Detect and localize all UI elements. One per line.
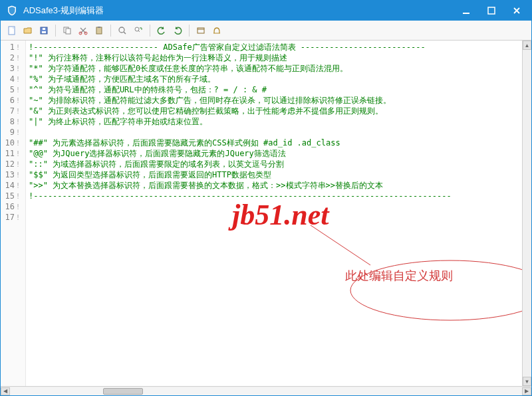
scroll-down-arrow[interactable]: ▼ [523,377,531,386]
help-button[interactable] [209,23,224,38]
line-number: 4! [1,74,25,84]
app-window: ADSafe3-规则编辑器 1!2 [0,0,532,396]
svg-rect-4 [42,31,46,33]
line-number: 13! [1,169,25,180]
save-button[interactable] [37,23,51,38]
find-replace-button[interactable] [131,23,146,38]
code-line: !-------------------------- ADSafe广告管家自定… [29,42,519,52]
scroll-track[interactable] [10,387,522,395]
code-line: "$$" 为返回类型选择器标识符，后面跟需要返回的HTTP数据包类型 [29,169,519,180]
line-number: 3! [1,63,25,74]
code-line: !---------------------------------------… [29,191,519,201]
annotation-text: 此处编辑自定义规则 [345,270,453,281]
code-line: "##" 为元素选择器标识符，后面跟需要隐藏元素的CSS样式例如 #ad_id … [29,138,519,148]
scroll-left-arrow[interactable]: ◀ [1,387,10,395]
toolbar-separator [189,25,190,37]
window-title: ADSafe3-规则编辑器 [23,5,454,17]
line-number: 12! [1,159,25,169]
toolbar-separator [150,25,150,37]
line-number: 9! [1,127,25,138]
find-button[interactable] [115,23,130,38]
line-number: 5! [1,84,25,95]
app-logo-icon [6,5,18,17]
line-number: 11! [1,148,25,159]
line-number: 15! [1,191,25,201]
maximize-button[interactable] [479,3,503,18]
svg-rect-7 [66,29,70,34]
code-line: "|" 为终止标识符，匹配字符串开始或结束位置。 [29,116,519,127]
cut-button[interactable] [76,23,90,38]
window-controls [454,3,529,18]
toolbar-separator [55,25,56,37]
scroll-thumb[interactable] [103,388,143,395]
code-line: ">>" 为文本替换选择器标识符，后面跟需要替换的文本数据，格式：>>模式字符串… [29,180,519,191]
line-number: 8! [1,116,25,127]
toolbar-separator [110,25,111,37]
svg-rect-5 [43,28,45,30]
code-line: "@@" 为JQuery选择器标识符，后面跟需要隐藏元素的JQuery筛选语法 [29,148,519,159]
title-bar[interactable]: ADSafe3-规则编辑器 [1,1,531,21]
scroll-track[interactable] [523,50,531,377]
svg-point-12 [119,27,124,33]
svg-rect-10 [96,27,102,34]
code-line: "&" 为正则表达式标识符，您可以使用它精确控制拦截策略，出于性能考虑并不提倡多… [29,106,519,116]
svg-rect-11 [98,27,100,28]
line-number: 17! [1,212,25,223]
copy-button[interactable] [60,23,74,38]
horizontal-scrollbar[interactable]: ◀ ▶ [1,386,531,395]
code-line: "%" 为子域通配符，方便匹配主域名下的所有子域。 [29,74,519,84]
code-line: "^" 为符号通配符，通配URL中的特殊符号，包括：? = / : & # [29,84,519,95]
svg-rect-14 [198,28,204,33]
vertical-scrollbar[interactable]: ▲ ▼ [522,41,531,386]
toolbar [1,21,531,41]
close-button[interactable] [505,3,529,18]
code-line: "::" 为域选择器标识符，后面跟需要限定的域名列表，以英文逗号分割 [29,159,519,169]
editor-area: 1!2!3!4!5!6!7!8!9!10!11!12!13!14!15!16!1… [1,41,531,386]
code-line: "~" 为排除标识符，通配符能过滤大多数广告，但同时存在误杀，可以通过排除标识符… [29,95,519,106]
svg-rect-0 [463,13,469,14]
code-editor[interactable]: !-------------------------- ADSafe广告管家自定… [26,41,522,386]
line-number-gutter: 1!2!3!4!5!6!7!8!9!10!11!12!13!14!15!16!1… [1,41,26,386]
svg-point-15 [350,260,522,320]
code-line [29,212,519,223]
code-line: "!" 为行注释符，注释行以该符号起始作为一行注释语义，用于规则描述 [29,52,519,63]
scroll-right-arrow[interactable]: ▶ [522,387,531,395]
line-number: 2! [1,52,25,63]
minimize-button[interactable] [454,3,478,18]
line-number: 10! [1,138,25,148]
svg-rect-1 [488,7,495,14]
line-number: 14! [1,180,25,191]
line-number: 1! [1,42,25,52]
code-line [29,127,519,138]
settings-button[interactable] [194,23,208,38]
scroll-up-arrow[interactable]: ▲ [523,41,531,50]
code-line [29,201,519,212]
line-number: 7! [1,106,25,116]
paste-button[interactable] [92,23,106,38]
open-file-button[interactable] [21,23,35,38]
line-number: 6! [1,95,25,106]
annotation-callout: 此处编辑自定义规则 [305,247,511,313]
line-number: 16! [1,201,25,212]
new-file-button[interactable] [5,23,19,38]
code-line: "*" 为字符通配符，能够匹配0长度或任意长度的字符串，该通配符不能与正则语法混… [29,63,519,74]
undo-button[interactable] [154,23,169,38]
redo-button[interactable] [170,23,185,38]
